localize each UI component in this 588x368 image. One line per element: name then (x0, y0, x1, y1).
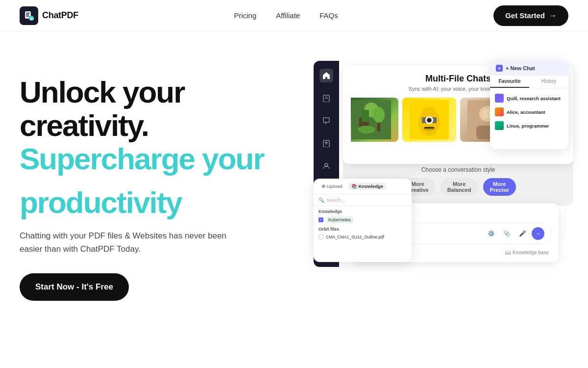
nc-item-linus[interactable]: Linus, programmer (490, 119, 568, 132)
get-started-button[interactable]: Get Started → (493, 5, 568, 26)
conv-style-label: Choose a conversation style (421, 166, 495, 173)
k-file-checkbox[interactable] (318, 235, 323, 239)
hero-mockup: Multi-File Chats Sync with AI: your voic… (304, 61, 568, 306)
nav-faqs[interactable]: FAQs (319, 11, 338, 20)
k-checkbox[interactable]: ✓ (318, 217, 323, 222)
mic-icon[interactable]: 🎤 (516, 227, 529, 240)
nc-avatar-linus (495, 121, 504, 130)
nc-item-name: Quill, research assistant (507, 96, 561, 101)
new-chat-tabs: Favourite History (490, 76, 568, 88)
svg-rect-2 (26, 14, 29, 15)
svg-rect-18 (377, 123, 380, 131)
nc-item-quill[interactable]: Quill, research assistant (490, 91, 568, 105)
get-started-label: Get Started (505, 11, 545, 20)
hero-headline: Unlock your creativity. Supercharge your… (20, 76, 284, 219)
minion-image (402, 98, 456, 142)
tab-knowledge[interactable]: 📚 Knowledge (348, 183, 386, 190)
logo-icon: AI (20, 6, 38, 25)
k-item-label: Kubernetes (326, 217, 353, 223)
svg-rect-16 (362, 110, 369, 122)
image-card-nature (351, 98, 398, 142)
new-chat-label: + New Chat (506, 65, 535, 71)
nc-list: Quill, research assistant Alice, account… (490, 88, 568, 135)
settings-icon[interactable]: ⚙️ (485, 227, 497, 240)
send-icon[interactable]: → (532, 227, 544, 240)
sidebar-chat-icon[interactable] (319, 114, 333, 128)
chat-icons: ⚙️ 📎 🎤 → (485, 227, 544, 240)
attach-icon[interactable]: 📎 (500, 227, 513, 240)
k-section-label2: Orbit files (318, 227, 407, 232)
headline-colored-line1: Supercharge your (20, 142, 284, 176)
start-now-button[interactable]: Start Now - It's Free (20, 273, 129, 301)
sidebar-upload-icon[interactable] (319, 136, 333, 150)
svg-rect-28 (424, 127, 434, 129)
headline-line2: creativity. (20, 109, 284, 142)
svg-point-26 (428, 119, 431, 122)
k-file-label: CMA_CMA1_SU12_Outline.pdf (326, 235, 384, 239)
svg-point-11 (325, 163, 328, 166)
nature-image (351, 98, 398, 142)
nav-links: Pricing Affiliate FAQs (234, 11, 338, 20)
knowledge-section: Knowledge ✓ Kubernetes Orbit files CMA_C… (314, 206, 412, 243)
headline-colored-line2: productivity (20, 186, 284, 219)
nc-avatar-alice (495, 107, 504, 116)
knowledge-badge: 📖 Knowledge base (505, 250, 549, 255)
nav-affiliate[interactable]: Affiliate (276, 11, 300, 20)
search-placeholder: Search... (326, 197, 345, 203)
headline-line1: Unlock your (20, 76, 284, 109)
knowledge-panel: ⊕ Upload 📚 Knowledge 🔍 Search... Knowled… (314, 179, 412, 262)
tab-upload[interactable]: ⊕ Upload (318, 183, 345, 190)
navbar: AI ChatPDF Pricing Affiliate FAQs Get St… (0, 0, 588, 31)
new-chat-panel: + + New Chat Favourite History Quill, re… (490, 61, 568, 149)
knowledge-search: 🔍 Search... (314, 194, 412, 206)
k-file-item[interactable]: CMA_CMA1_SU12_Outline.pdf (318, 234, 407, 240)
knowledge-badge-label: Knowledge base (513, 250, 549, 255)
conv-balanced-button[interactable]: MoreBalanced (441, 178, 478, 196)
nc-item-name: Alice, accountant (507, 109, 545, 115)
k-section-label1: Knowledge (318, 209, 407, 214)
svg-point-17 (373, 107, 385, 123)
image-card-minion (402, 98, 456, 142)
svg-text:AI: AI (30, 17, 34, 21)
nc-item-text: Linus, programmer (507, 123, 549, 129)
tab-history[interactable]: History (529, 76, 568, 88)
svg-point-19 (358, 126, 375, 133)
arrow-icon: → (549, 11, 557, 20)
nc-avatar-quill (495, 94, 504, 103)
knowledge-badge-icon: 📖 (505, 250, 511, 255)
plus-icon: + (496, 65, 503, 72)
knowledge-header: ⊕ Upload 📚 Knowledge (314, 179, 412, 194)
conv-precise-button[interactable]: MorePrecise (483, 178, 516, 196)
logo[interactable]: AI ChatPDF (20, 6, 78, 25)
new-chat-header: + + New Chat (490, 61, 568, 76)
sidebar-home-icon[interactable] (319, 69, 333, 82)
hero-section: Unlock your creativity. Supercharge your… (0, 31, 588, 368)
hero-subtext: Chatting with your PDF files & Websites … (20, 229, 245, 256)
tab-favourite[interactable]: Favourite (490, 76, 529, 88)
nc-item-text: Alice, accountant (507, 109, 545, 115)
logo-text: ChatPDF (42, 10, 78, 21)
k-item-kubernetes[interactable]: ✓ Kubernetes (318, 216, 407, 224)
nc-item-text: Quill, research assistant (507, 96, 561, 101)
search-input[interactable]: 🔍 Search... (318, 197, 407, 203)
nav-pricing[interactable]: Pricing (234, 11, 256, 20)
hero-left: Unlock your creativity. Supercharge your… (20, 61, 284, 301)
conv-style-buttons: MoreCreative MoreBalanced MorePrecise (400, 178, 516, 196)
nc-item-name: Linus, programmer (507, 123, 549, 129)
svg-rect-1 (26, 13, 30, 14)
nc-item-alice[interactable]: Alice, accountant (490, 105, 568, 119)
sidebar-files-icon[interactable] (319, 91, 333, 105)
svg-rect-3 (26, 16, 29, 17)
sidebar-profile-icon[interactable] (319, 159, 333, 173)
search-icon: 🔍 (318, 197, 324, 203)
